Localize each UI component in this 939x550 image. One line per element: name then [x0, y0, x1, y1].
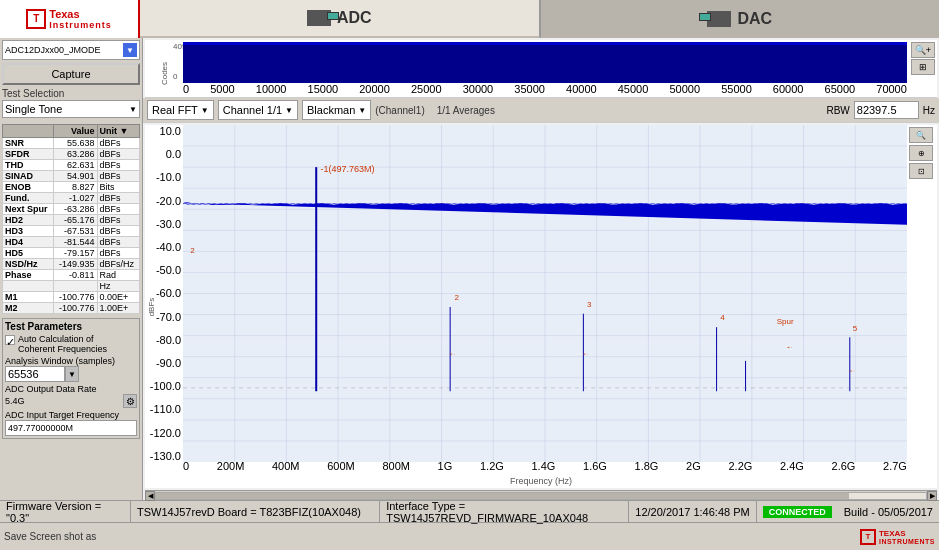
metric-value: [54, 281, 98, 292]
window-dropdown[interactable]: Blackman ▼: [302, 100, 371, 120]
adc-tab-icon: [307, 10, 331, 26]
metric-unit: 0.00E+: [97, 292, 139, 303]
top-chart-ylabel: Codes: [160, 61, 169, 84]
save-screenshot-label: Save Screen shot as: [4, 531, 96, 542]
channel-info-label: (Channel1): [375, 105, 424, 116]
metric-name: HD5: [3, 248, 54, 259]
rbw-label: RBW: [826, 105, 849, 116]
dac-tab[interactable]: DAC: [540, 0, 940, 38]
test-selection-value: Single Tone: [5, 103, 129, 115]
metric-name: M1: [3, 292, 54, 303]
ti-logo: T Texas Instruments: [0, 0, 140, 38]
rbw-unit-label: Hz: [923, 105, 935, 116]
metric-unit: dBFs: [97, 248, 139, 259]
device-selector[interactable]: ADC12DJxx00_JMODE ▼: [2, 40, 140, 60]
device-arrow-icon[interactable]: ▼: [123, 43, 137, 57]
dBFs-label: dBFs: [147, 297, 156, 316]
channel-arrow-icon: ▼: [285, 106, 293, 115]
metric-name: HD2: [3, 215, 54, 226]
test-selection-row: Single Tone ▼: [2, 100, 140, 118]
fft-type-arrow-icon: ▼: [201, 106, 209, 115]
metric-unit: dBFs: [97, 193, 139, 204]
fft-type-dropdown[interactable]: Real FFT ▼: [147, 100, 214, 120]
scroll-left-btn[interactable]: ◀: [145, 491, 155, 501]
metric-value: -149.935: [54, 259, 98, 270]
adc-input-freq-value[interactable]: 497.77000000M: [5, 420, 137, 436]
window-label: Blackman: [307, 104, 355, 116]
top-chart: 4095 0 Codes 050001000015000200002500030…: [145, 40, 937, 98]
table-row: M1 -100.776 0.00E+: [3, 292, 140, 303]
metric-value: 63.286: [54, 149, 98, 160]
window-arrow-icon: ▼: [358, 106, 366, 115]
analysis-window-arrow[interactable]: ▼: [65, 366, 79, 382]
main-chart-yaxis: 10.00.0-10.0-20.0-30.0-40.0-50.0-60.0-70…: [145, 125, 183, 462]
test-selection-label: Test Selection: [2, 88, 140, 99]
adc-data-rate-value: 5.4G: [5, 396, 123, 406]
table-row: Fund. -1.027 dBFs: [3, 193, 140, 204]
metric-value: -63.286: [54, 204, 98, 215]
bottom-bar: Save Screen shot as T TEXAS INSTRUMENTS: [0, 522, 939, 550]
scrollbar-track[interactable]: [155, 492, 927, 500]
zoom-in-chart-icon[interactable]: 🔍: [909, 127, 933, 143]
metric-name: THD: [3, 160, 54, 171]
channel-dropdown[interactable]: Channel 1/1 ▼: [218, 100, 298, 120]
metric-value: -0.811: [54, 270, 98, 281]
metric-name: ENOB: [3, 182, 54, 193]
metric-unit: Hz: [97, 281, 139, 292]
main-layout: ADC12DJxx00_JMODE ▼ Capture Test Selecti…: [0, 38, 939, 500]
zoom-in-icon[interactable]: 🔍+: [911, 42, 935, 58]
main-chart-xaxis: 0200M400M600M800M1G1.2G1.4G1.6G1.8G2G2.2…: [183, 460, 907, 474]
analysis-window-input[interactable]: 65536: [5, 366, 65, 382]
rbw-value-display: 82397.5: [854, 101, 919, 119]
adc-data-rate-gear-icon[interactable]: ⚙: [123, 394, 137, 408]
metric-unit: dBFs: [97, 226, 139, 237]
metric-value: -1.027: [54, 193, 98, 204]
fit-icon[interactable]: ⊡: [909, 163, 933, 179]
scroll-right-btn[interactable]: ▶: [927, 491, 937, 501]
adc-tab[interactable]: ADC: [140, 0, 540, 38]
metric-name: Phase: [3, 270, 54, 281]
svg-rect-0: [183, 42, 907, 83]
averages-label: 1/1 Averages: [437, 105, 495, 116]
top-chart-plot: [183, 42, 907, 83]
main-chart: 10.00.0-10.0-20.0-30.0-40.0-50.0-60.0-70…: [145, 125, 937, 488]
top-chart-xaxis: 0500010000150002000025000300003500040000…: [183, 83, 907, 95]
table-row: SFDR 63.286 dBFs: [3, 149, 140, 160]
dac-tab-icon: [707, 11, 731, 27]
capture-button[interactable]: Capture: [2, 63, 140, 85]
metric-unit: dBFs/Hz: [97, 259, 139, 270]
board-status: TSW14J57revD Board = T823BFIZ(10AX048): [131, 501, 380, 522]
cursor-icon[interactable]: ⊕: [909, 145, 933, 161]
coherent-label: Coherent Frequencies: [18, 344, 107, 354]
connected-badge: CONNECTED: [757, 501, 838, 522]
auto-calc-label: Auto Calculation of: [18, 334, 107, 344]
table-row: M2 -100.776 1.00E+: [3, 303, 140, 314]
metric-unit: 1.00E+: [97, 303, 139, 314]
metric-name: M2: [3, 303, 54, 314]
metric-unit: dBFs: [97, 149, 139, 160]
table-row: Next Spur -63.286 dBFs: [3, 204, 140, 215]
metric-name: SINAD: [3, 171, 54, 182]
svg-rect-1: [183, 42, 907, 45]
metric-value: -100.776: [54, 303, 98, 314]
metric-unit: dBFs: [97, 204, 139, 215]
metric-unit: dBFs: [97, 237, 139, 248]
metric-unit: dBFs: [97, 171, 139, 182]
metric-name: Next Spur: [3, 204, 54, 215]
dac-tab-label: DAC: [737, 10, 772, 28]
metric-value: 62.631: [54, 160, 98, 171]
metrics-table: Value Unit ▼ SNR 55.638 dBFsSFDR 63.286 …: [2, 124, 140, 314]
channel-label: Channel 1/1: [223, 104, 282, 116]
right-panel: 4095 0 Codes 050001000015000200002500030…: [143, 38, 939, 500]
test-selection-dropdown[interactable]: Single Tone ▼: [2, 100, 140, 118]
fft-type-label: Real FFT: [152, 104, 198, 116]
metric-value: 55.638: [54, 138, 98, 149]
zoom-out-icon[interactable]: ⊞: [911, 59, 935, 75]
table-row: HD3 -67.531 dBFs: [3, 226, 140, 237]
fft-controls: Real FFT ▼ Channel 1/1 ▼ Blackman ▼ (Cha…: [143, 98, 939, 123]
metric-unit: Rad: [97, 270, 139, 281]
scrollbar[interactable]: ◀ ▶: [145, 490, 937, 500]
test-params-section: Test Parameters ✓ Auto Calculation of Co…: [2, 318, 140, 439]
chart-plot-area: -1(497.763M) 2 3 4 5: [183, 125, 907, 462]
auto-calc-checkbox[interactable]: ✓: [5, 335, 15, 345]
